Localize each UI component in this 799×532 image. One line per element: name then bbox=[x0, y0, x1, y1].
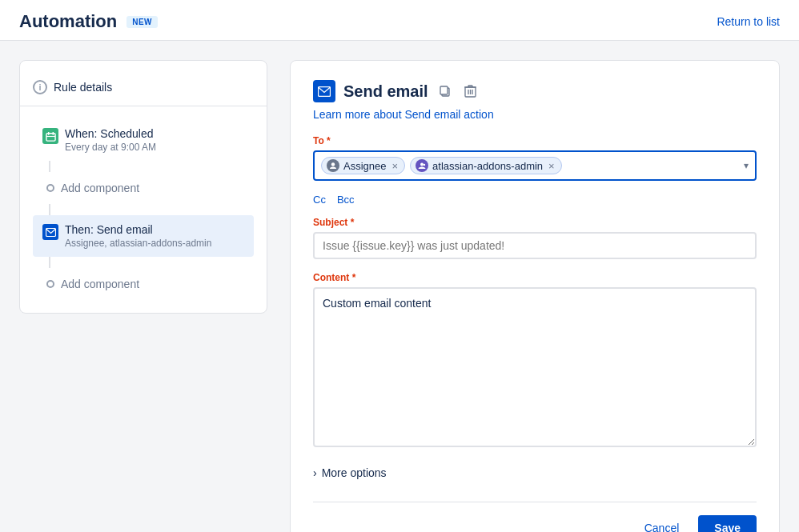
atlassian-icon bbox=[416, 159, 428, 172]
more-options-row[interactable]: › More options bbox=[313, 463, 757, 482]
more-options-label: More options bbox=[322, 466, 387, 479]
connector-line-2 bbox=[49, 204, 50, 215]
remove-assignee-btn[interactable]: × bbox=[391, 161, 398, 171]
sidebar-item-when[interactable]: When: Scheduled Every day at 9:00 AM bbox=[33, 119, 254, 161]
circle-icon-1 bbox=[46, 184, 54, 192]
svg-point-13 bbox=[331, 162, 335, 166]
right-panel: Send email bbox=[267, 60, 780, 532]
top-bar-left: Automation NEW bbox=[19, 11, 158, 32]
to-form-group: To * Assignee × bbox=[313, 135, 757, 181]
to-field[interactable]: Assignee × atlassian-addons-admin bbox=[313, 150, 757, 181]
sidebar-rule-details[interactable]: i Rule details bbox=[20, 74, 267, 106]
when-text-block: When: Scheduled Every day at 9:00 AM bbox=[65, 127, 156, 153]
action-header-icon bbox=[313, 80, 335, 102]
action-header: Send email bbox=[313, 80, 757, 102]
main-content: i Rule details When: Scheduled Every day… bbox=[0, 41, 799, 532]
svg-rect-7 bbox=[440, 86, 448, 94]
action-footer: Cancel Save bbox=[313, 502, 757, 532]
svg-point-15 bbox=[424, 164, 425, 166]
cc-bcc-row: Cc Bcc bbox=[313, 194, 757, 206]
sidebar-item-then[interactable]: Then: Send email Assignee, atlassian-add… bbox=[33, 215, 254, 257]
action-title: Send email bbox=[343, 82, 428, 101]
content-label: Content * bbox=[313, 272, 757, 283]
subject-input[interactable] bbox=[313, 232, 757, 259]
add-component-label-2: Add component bbox=[61, 278, 139, 290]
recipient-atlassian-label: atlassian-addons-admin bbox=[432, 160, 543, 172]
info-icon: i bbox=[33, 80, 47, 94]
email-icon-sidebar bbox=[42, 224, 58, 240]
copy-button[interactable] bbox=[436, 82, 454, 100]
calendar-icon bbox=[42, 128, 58, 144]
then-title: Then: Send email bbox=[65, 223, 211, 236]
sidebar-section: When: Scheduled Every day at 9:00 AM Add… bbox=[20, 106, 267, 297]
learn-more-link[interactable]: Learn more about Send email action bbox=[313, 108, 494, 121]
sidebar-add-component-1[interactable]: Add component bbox=[33, 175, 254, 201]
subject-form-group: Subject * bbox=[313, 217, 757, 259]
subject-label: Subject * bbox=[313, 217, 757, 228]
rule-details-label: Rule details bbox=[54, 81, 112, 94]
delete-button[interactable] bbox=[462, 82, 479, 100]
to-label: To * bbox=[313, 135, 757, 146]
when-title: When: Scheduled bbox=[65, 127, 156, 140]
cancel-button[interactable]: Cancel bbox=[633, 515, 691, 532]
add-component-label-1: Add component bbox=[61, 182, 139, 194]
content-form-group: Content * Custom email content bbox=[313, 272, 757, 450]
connector-line-1 bbox=[49, 161, 50, 172]
chevron-right-icon: › bbox=[313, 466, 317, 479]
then-text-block: Then: Send email Assignee, atlassian-add… bbox=[65, 223, 211, 249]
connector-line-3 bbox=[49, 257, 50, 268]
circle-icon-2 bbox=[46, 280, 54, 288]
assignee-icon bbox=[327, 159, 339, 172]
content-textarea[interactable]: Custom email content bbox=[313, 287, 757, 447]
recipient-tag-assignee: Assignee × bbox=[321, 157, 405, 174]
save-button[interactable]: Save bbox=[698, 515, 757, 532]
when-subtitle: Every day at 9:00 AM bbox=[65, 142, 156, 153]
action-card: Send email bbox=[290, 60, 780, 532]
new-badge: NEW bbox=[126, 16, 158, 28]
remove-atlassian-btn[interactable]: × bbox=[548, 161, 555, 171]
sidebar-add-component-2[interactable]: Add component bbox=[33, 271, 254, 297]
bcc-button[interactable]: Bcc bbox=[337, 194, 355, 206]
return-to-list-link[interactable]: Return to list bbox=[717, 15, 780, 28]
recipient-assignee-label: Assignee bbox=[343, 160, 386, 172]
svg-rect-0 bbox=[46, 133, 54, 140]
recipient-tag-atlassian: atlassian-addons-admin × bbox=[410, 157, 562, 174]
then-subtitle: Assignee, atlassian-addons-admin bbox=[65, 238, 211, 249]
to-dropdown-arrow[interactable]: ▾ bbox=[744, 160, 749, 171]
svg-point-14 bbox=[420, 163, 424, 166]
app-title: Automation bbox=[19, 11, 117, 32]
sidebar: i Rule details When: Scheduled Every day… bbox=[19, 60, 267, 314]
cc-button[interactable]: Cc bbox=[313, 194, 326, 206]
top-bar: Automation NEW Return to list bbox=[0, 0, 799, 41]
